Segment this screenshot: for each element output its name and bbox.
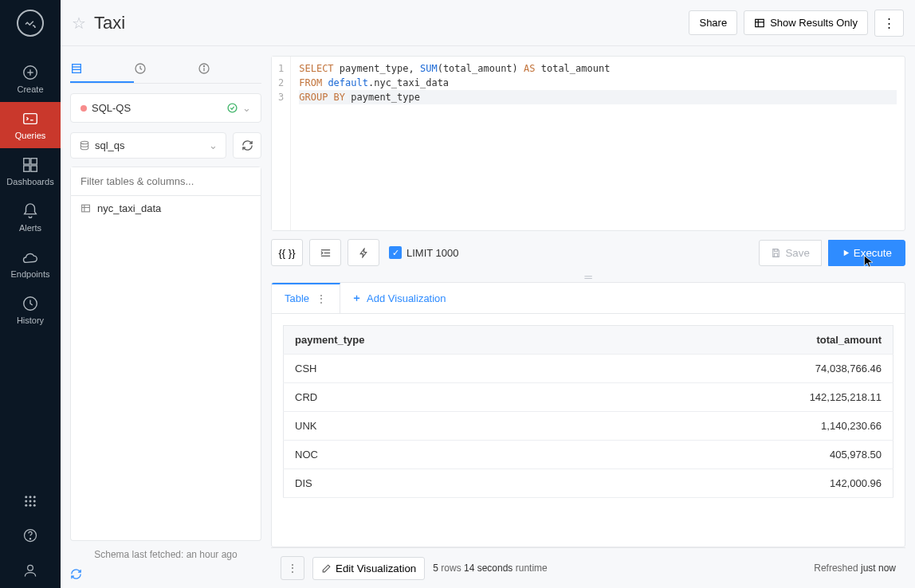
autocomplete-button[interactable] [348, 239, 379, 266]
column-header[interactable]: payment_type [284, 326, 585, 355]
nav-user[interactable] [0, 553, 61, 588]
refresh-schema-button[interactable] [233, 132, 261, 159]
svg-rect-34 [82, 205, 90, 212]
resize-handle[interactable]: ═ [271, 274, 905, 279]
schema-last-fetched: Schema last fetched: an hour ago [70, 541, 261, 568]
side-tabs [70, 56, 261, 84]
list-icon [70, 62, 134, 75]
nav-apps[interactable] [0, 484, 61, 518]
save-icon [771, 248, 781, 258]
plus-circle-icon [22, 64, 39, 81]
results-tab-table[interactable]: Table ⋮ [272, 283, 340, 313]
star-icon[interactable]: ☆ [72, 14, 86, 33]
table-list: nyc_taxi_data [70, 196, 261, 541]
execute-button[interactable]: Execute [828, 240, 905, 266]
nav-create[interactable]: Create [0, 56, 61, 102]
info-icon [198, 62, 261, 75]
edit-icon [321, 563, 332, 574]
svg-point-31 [203, 65, 204, 66]
table-row: CRD142,125,218.11 [284, 383, 893, 412]
app-logo[interactable] [17, 10, 44, 37]
indent-icon [320, 247, 332, 259]
table-icon [754, 18, 765, 29]
nav-history[interactable]: History [0, 287, 61, 333]
nav-endpoints[interactable]: Endpoints [0, 241, 61, 287]
svg-point-11 [29, 496, 32, 498]
table-row: DIS142,000.96 [284, 469, 893, 498]
plus-icon: ＋ [351, 291, 362, 305]
datasource-select[interactable]: SQL-QS ⌄ [71, 94, 261, 122]
side-tab-schema[interactable] [70, 56, 134, 83]
kebab-icon[interactable]: ⋮ [316, 292, 327, 305]
nav-queries[interactable]: Queries [0, 102, 61, 148]
schema-refresh-link[interactable] [70, 568, 261, 588]
results-panel: Table ⋮ ＋ Add Visualization payment_type… [271, 282, 905, 547]
svg-point-14 [29, 500, 32, 503]
grid-dots-icon [23, 494, 37, 508]
table-item[interactable]: nyc_taxi_data [71, 196, 261, 221]
refresh-icon [242, 139, 253, 151]
svg-point-17 [29, 504, 32, 507]
table-icon [81, 203, 91, 214]
terminal-icon [22, 110, 39, 127]
nav-label: Create [17, 84, 43, 94]
svg-point-16 [25, 504, 27, 507]
play-icon [842, 249, 850, 257]
svg-point-18 [33, 504, 36, 507]
bell-icon [22, 202, 39, 220]
svg-point-13 [25, 500, 27, 503]
svg-rect-41 [775, 253, 778, 257]
svg-rect-22 [756, 19, 764, 26]
save-button[interactable]: Save [759, 240, 821, 266]
results-footer: ⋮ Edit Visualization 5 rows 14 seconds r… [271, 547, 905, 588]
nav-dashboards[interactable]: Dashboards [0, 148, 61, 194]
datasource-status-dot [81, 105, 87, 112]
runtime-value: 14 seconds [464, 563, 512, 574]
datasource-name: SQL-QS [92, 102, 222, 114]
results-table: payment_typetotal_amount CSH74,038,766.4… [283, 325, 893, 498]
svg-rect-5 [24, 159, 29, 164]
braces-label: {{ }} [279, 247, 296, 259]
schema-select[interactable]: sql_qs ⌄ [70, 132, 226, 159]
filter-tables-input[interactable] [71, 167, 261, 195]
svg-point-21 [28, 565, 33, 570]
page-title: Taxi [94, 13, 125, 33]
nav-alerts[interactable]: Alerts [0, 194, 61, 241]
nav-help[interactable] [0, 518, 61, 553]
nav-label: Endpoints [11, 269, 50, 279]
row-count: 5 [433, 563, 438, 574]
footer-menu-button[interactable]: ⋮ [281, 556, 304, 580]
limit-checkbox[interactable]: ✓ LIMIT 1000 [389, 246, 459, 259]
parameters-button[interactable]: {{ }} [271, 239, 303, 266]
svg-point-33 [81, 141, 88, 144]
svg-rect-6 [31, 159, 37, 164]
svg-point-15 [33, 500, 36, 503]
nav-label: Dashboards [6, 177, 53, 186]
add-visualization-button[interactable]: ＋ Add Visualization [340, 283, 457, 313]
svg-rect-25 [73, 65, 81, 73]
edit-visualization-button[interactable]: Edit Visualization [312, 557, 425, 580]
svg-rect-3 [24, 114, 37, 124]
sql-editor[interactable]: 123 SELECT payment_type, SUM(total_amoun… [271, 56, 905, 231]
share-button[interactable]: Share [689, 10, 737, 35]
schema-name: sql_qs [95, 139, 204, 151]
lightning-icon [359, 248, 369, 258]
chevron-down-icon: ⌄ [209, 139, 218, 151]
database-icon [79, 140, 90, 151]
nav-label: Alerts [19, 223, 41, 233]
side-tab-info[interactable] [198, 56, 261, 83]
svg-rect-40 [775, 249, 778, 251]
dashboard-icon [22, 156, 39, 174]
side-tab-history[interactable] [134, 56, 198, 83]
column-header[interactable]: total_amount [584, 326, 893, 355]
user-icon [22, 563, 38, 578]
nav-rail: Create Queries Dashboards Alerts Endpoin… [0, 0, 61, 588]
svg-rect-7 [24, 166, 29, 171]
format-button[interactable] [309, 239, 341, 266]
svg-rect-8 [31, 166, 37, 171]
header-menu-button[interactable]: ⋮ [874, 10, 904, 37]
check-circle-icon [227, 103, 238, 113]
show-results-only-button[interactable]: Show Results Only [744, 10, 868, 35]
svg-point-20 [29, 539, 30, 539]
kebab-icon: ⋮ [883, 16, 895, 29]
